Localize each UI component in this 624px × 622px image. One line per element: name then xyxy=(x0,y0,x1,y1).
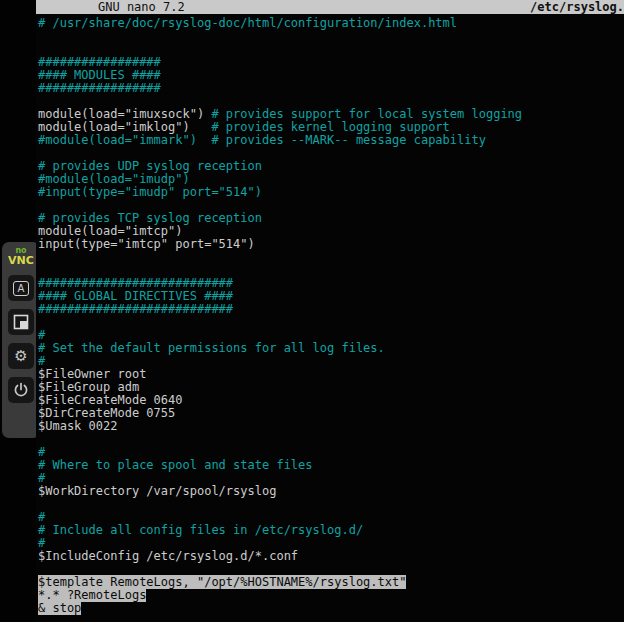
novnc-logo: no VNC xyxy=(8,247,34,266)
editor-line: ########################### xyxy=(38,303,624,316)
editor-line: *.* ?RemoteLogs xyxy=(38,589,624,602)
editor-line: input(type="imtcp" port="514") xyxy=(38,238,624,251)
editor-line: ################# xyxy=(38,82,624,95)
editor-line xyxy=(38,251,624,264)
editor-line: # /usr/share/doc/rsyslog-doc/html/config… xyxy=(38,17,624,30)
fullscreen-button[interactable] xyxy=(8,309,34,335)
nano-title-bar: GNU nano 7.2 /etc/rsyslog. xyxy=(36,0,624,14)
power-icon xyxy=(13,382,29,398)
fullscreen-icon xyxy=(13,314,29,330)
editor-line xyxy=(38,433,624,446)
editor-line xyxy=(38,316,624,329)
editor-line: $DirCreateMode 0755 xyxy=(38,407,624,420)
nano-version: GNU nano 7.2 xyxy=(98,0,185,14)
nano-filename: /etc/rsyslog. xyxy=(530,0,624,14)
editor-line: # Where to place spool and state files xyxy=(38,459,624,472)
novnc-logo-vnc: VNC xyxy=(8,255,34,266)
editor-content[interactable]: # /usr/share/doc/rsyslog-doc/html/config… xyxy=(36,14,624,615)
editor-line: # Set the default permissions for all lo… xyxy=(38,342,624,355)
keyboard-icon: A xyxy=(13,281,29,296)
gear-icon: ⚙ xyxy=(14,349,27,364)
editor-line: # Include all config files in /etc/rsysl… xyxy=(38,524,624,537)
editor-line: #input(type="imudp" port="514") xyxy=(38,186,624,199)
terminal[interactable]: GNU nano 7.2 /etc/rsyslog. # /usr/share/… xyxy=(36,0,624,622)
editor-line: $IncludeConfig /etc/rsyslog.d/*.conf xyxy=(38,550,624,563)
settings-button[interactable]: ⚙ xyxy=(8,343,34,369)
editor-line: $Umask 0022 xyxy=(38,420,624,433)
editor-line: $WorkDirectory /var/spool/rsyslog xyxy=(38,485,624,498)
editor-line xyxy=(38,498,624,511)
power-button[interactable] xyxy=(8,377,34,403)
editor-line: & stop xyxy=(38,602,624,615)
editor-line xyxy=(38,30,624,43)
editor-line: #module(load="immark") # provides --MARK… xyxy=(38,134,624,147)
vnc-control-bar: no VNC A ⚙ xyxy=(2,242,40,438)
keyboard-button[interactable]: A xyxy=(8,275,34,301)
